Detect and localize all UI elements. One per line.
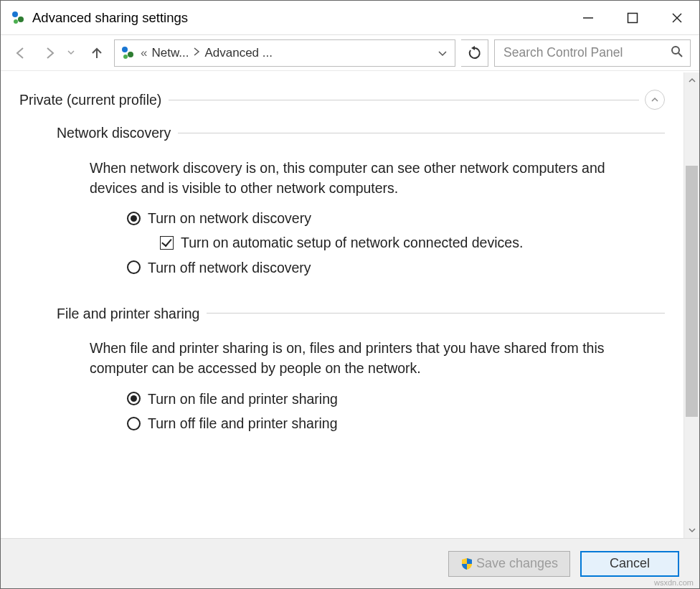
svg-point-4 [672, 47, 679, 54]
svg-rect-1 [628, 13, 638, 22]
network-discovery-options: Turn on network discovery Turn on automa… [19, 208, 665, 278]
option-label: Turn off network discovery [148, 258, 311, 278]
breadcrumb-segment[interactable]: Netw... [148, 46, 191, 60]
window-controls [566, 1, 699, 34]
divider [207, 313, 665, 314]
breadcrumb: « Netw... Advanced ... [139, 46, 433, 60]
title-bar: Advanced sharing settings [1, 1, 699, 35]
address-bar[interactable]: « Netw... Advanced ... [114, 39, 455, 67]
option-label: Turn on file and printer sharing [148, 389, 338, 409]
radio-turn-off-file-printer-sharing[interactable]: Turn off file and printer sharing [127, 413, 665, 433]
option-label: Turn off file and printer sharing [148, 413, 337, 433]
watermark: wsxdn.com [654, 578, 694, 587]
search-input[interactable] [502, 44, 668, 61]
address-dropdown[interactable] [433, 48, 452, 58]
network-discovery-description: When network discovery is on, this compu… [19, 158, 665, 199]
footer-bar: Save changes Cancel [1, 538, 699, 588]
radio-turn-on-network-discovery[interactable]: Turn on network discovery [127, 208, 665, 228]
option-label: Turn on automatic setup of network conne… [181, 232, 523, 253]
network-discovery-header: Network discovery [57, 123, 178, 143]
content-area: Private (current profile) Network discov… [1, 72, 699, 538]
search-icon[interactable] [668, 45, 686, 60]
profile-header: Private (current profile) [19, 90, 169, 110]
navigation-bar: « Netw... Advanced ... [1, 35, 699, 71]
button-label: Save changes [476, 556, 558, 571]
option-label: Turn on network discovery [148, 208, 311, 228]
profile-header-row: Private (current profile) [19, 90, 665, 110]
up-button[interactable] [85, 42, 108, 65]
back-button[interactable] [9, 42, 32, 65]
forward-button[interactable] [38, 42, 61, 65]
search-box[interactable] [494, 39, 691, 67]
settings-content: Private (current profile) Network discov… [1, 72, 684, 538]
scroll-down-icon[interactable] [684, 522, 699, 538]
chevron-right-icon [191, 46, 202, 60]
network-discovery-header-row: Network discovery [19, 123, 665, 143]
chevron-left-icon: « [139, 46, 148, 60]
divider [169, 100, 639, 100]
window-title: Advanced sharing settings [32, 10, 566, 26]
radio-icon [127, 417, 141, 430]
file-printer-header-row: File and printer sharing [19, 303, 665, 324]
refresh-button[interactable] [461, 39, 488, 67]
breadcrumb-segment[interactable]: Advanced ... [202, 46, 275, 60]
close-button[interactable] [655, 1, 699, 34]
radio-turn-off-network-discovery[interactable]: Turn off network discovery [127, 258, 665, 278]
scroll-thumb[interactable] [686, 166, 698, 417]
button-label: Cancel [610, 556, 650, 571]
minimize-button[interactable] [566, 1, 610, 34]
radio-icon [127, 212, 141, 225]
svg-line-5 [678, 53, 682, 57]
vertical-scrollbar[interactable] [684, 72, 699, 538]
scroll-up-icon[interactable] [684, 72, 699, 88]
radio-icon [127, 260, 141, 274]
network-sharing-icon [120, 45, 136, 61]
maximize-button[interactable] [610, 1, 655, 34]
file-printer-options: Turn on file and printer sharing Turn of… [19, 389, 665, 434]
network-sharing-icon [11, 10, 27, 26]
checkbox-auto-setup[interactable]: Turn on automatic setup of network conne… [127, 232, 665, 253]
shield-icon [460, 557, 473, 570]
file-printer-description: When file and printer sharing is on, fil… [19, 338, 665, 379]
cancel-button[interactable]: Cancel [580, 551, 679, 577]
checkbox-icon [160, 236, 174, 250]
collapse-button[interactable] [645, 90, 665, 110]
radio-turn-on-file-printer-sharing[interactable]: Turn on file and printer sharing [127, 389, 665, 409]
save-changes-button[interactable]: Save changes [448, 551, 570, 577]
history-dropdown[interactable] [67, 47, 80, 59]
file-printer-header: File and printer sharing [57, 303, 207, 324]
radio-icon [127, 392, 141, 405]
divider [178, 133, 665, 133]
